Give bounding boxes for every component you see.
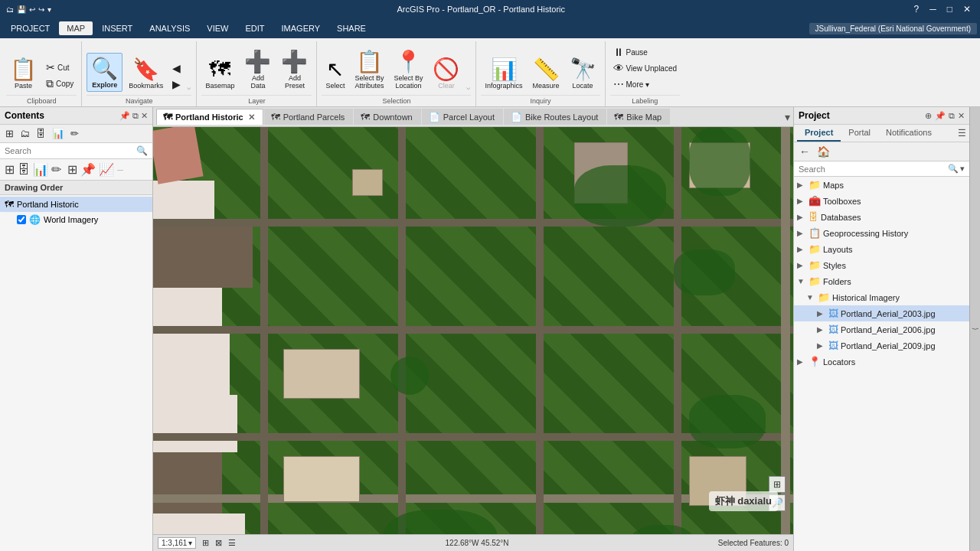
pause-button[interactable]: ⏸ Pause — [610, 44, 681, 60]
project-search-dropdown[interactable]: ▾ — [960, 164, 965, 174]
select-by-attributes-button[interactable]: 📋 Select ByAttributes — [351, 47, 387, 92]
grid-icon[interactable]: ⊞ — [67, 162, 77, 177]
add-data-small-button[interactable]: 🗄 — [34, 127, 48, 140]
tab-bike-routes-layout[interactable]: 📄 Bike Routes Layout — [504, 109, 606, 125]
tree-item-aerial-2009[interactable]: ▶ 🖼 Portland_Aerial_2009.jpg — [794, 337, 969, 354]
expand-locators[interactable]: ▶ — [797, 357, 806, 366]
menu-tab-insert[interactable]: INSERT — [94, 21, 140, 35]
project-search-button[interactable]: 🔍 — [948, 164, 959, 174]
bar-chart-icon[interactable]: 📈 — [99, 162, 114, 177]
tree-item-historical-imagery[interactable]: ▼ 📁 Historical Imagery — [794, 289, 969, 305]
chart-icon[interactable]: 📊 — [33, 162, 48, 177]
new-group-layer-button[interactable]: 🗂 — [18, 127, 32, 140]
tree-item-layouts[interactable]: ▶ 📁 Layouts — [794, 241, 969, 257]
tree-item-styles[interactable]: ▶ 📁 Styles — [794, 257, 969, 273]
copy-button[interactable]: ⧉ Copy — [43, 76, 77, 92]
menu-tab-analysis[interactable]: ANALYSIS — [142, 21, 198, 35]
project-back-button[interactable]: ← — [797, 145, 812, 158]
expand-aerial-2006[interactable]: ▶ — [817, 325, 826, 334]
tree-item-geoprocessing[interactable]: ▶ 📋 Geoprocessing History — [794, 225, 969, 241]
expand-databases[interactable]: ▶ — [797, 213, 806, 221]
menu-tab-share[interactable]: SHARE — [329, 21, 374, 35]
add-preset-button[interactable]: ➕ AddPreset — [277, 47, 312, 92]
bookmarks-button[interactable]: 🔖 Bookmarks — [125, 54, 167, 92]
expand-geoprocessing[interactable]: ▶ — [797, 229, 806, 237]
contents-close-button[interactable]: ✕ — [141, 111, 148, 121]
filter-button[interactable]: ⊞ — [3, 127, 16, 140]
window-controls[interactable]: ? ─ □ ✕ — [911, 4, 974, 15]
menu-tab-project[interactable]: PROJECT — [3, 21, 57, 35]
basemap-button[interactable]: 🗺 Basemap — [201, 54, 238, 92]
view-unplaced-button[interactable]: 👁 View Unplaced — [610, 60, 681, 76]
project-panel-pin[interactable]: 📌 — [935, 111, 946, 121]
measure-button[interactable]: 📏 Measure — [529, 54, 564, 92]
navigate-expand[interactable]: ⌵ — [186, 83, 191, 92]
infographics-button[interactable]: 📊 Infographics — [481, 54, 526, 92]
tree-item-locators[interactable]: ▶ 📍 Locators — [794, 354, 969, 370]
tree-item-databases[interactable]: ▶ 🗄 Databases — [794, 209, 969, 225]
pin-icon2[interactable]: 📌 — [80, 162, 96, 177]
selection-expand[interactable]: ⌵ — [466, 83, 471, 92]
catalog-view-icon[interactable]: 🗄 — [18, 163, 30, 177]
tab-bike-map[interactable]: 🗺 Bike Map — [607, 109, 670, 125]
menu-tab-imagery[interactable]: IMAGERY — [274, 21, 328, 35]
map-canvas[interactable]: ⊞ 🔎 虾神 daxialu — [153, 127, 793, 534]
expand-folders[interactable]: ▼ — [797, 277, 806, 285]
proj-tab-project[interactable]: Project — [797, 125, 841, 142]
select-button[interactable]: ↖ Select — [322, 54, 348, 92]
tree-item-toolboxes[interactable]: ▶ 🧰 Toolboxes — [794, 193, 969, 209]
locate-button[interactable]: 🔭 Locate — [566, 54, 600, 92]
tab-close-1[interactable]: ✕ — [248, 112, 255, 122]
select-by-location-button[interactable]: 📍 Select ByLocation — [390, 47, 426, 92]
project-panel-close[interactable]: ✕ — [958, 111, 965, 121]
back-button[interactable]: ◀ — [169, 60, 184, 76]
edit-pen-button[interactable]: ✏ — [68, 127, 81, 140]
project-panel-float[interactable]: ⧉ — [949, 111, 955, 121]
expand-aerial-2003[interactable]: ▶ — [817, 309, 826, 318]
tree-item-maps[interactable]: ▶ 📁 Maps — [794, 177, 969, 193]
cut-button[interactable]: ✂ Cut — [43, 60, 77, 75]
scale-selector[interactable]: 1:3,161 ▾ — [158, 537, 196, 549]
expand-toolboxes[interactable]: ▶ — [797, 197, 806, 205]
edit-icon2[interactable]: ✏ — [51, 162, 61, 177]
selected-features-display[interactable]: Selected Features: 0 — [718, 539, 789, 547]
minimize-button[interactable]: ─ — [926, 4, 939, 15]
project-panel-plus[interactable]: ⊕ — [925, 111, 932, 121]
clear-button[interactable]: 🚫 Clear — [429, 54, 463, 92]
contents-search-icon[interactable]: 🔍 — [136, 145, 148, 156]
symbology-button[interactable]: 📊 — [50, 127, 67, 140]
tab-portland-historic[interactable]: 🗺 Portland Historic ✕ — [156, 109, 263, 125]
layer-item-portland-historic[interactable]: 🗺 Portland Historic — [0, 197, 152, 212]
tree-item-folders[interactable]: ▼ 📁 Folders — [794, 273, 969, 289]
expand-historical[interactable]: ▼ — [806, 293, 815, 302]
tree-item-aerial-2003[interactable]: ▶ 🖼 Portland_Aerial_2003.jpg — [794, 305, 969, 321]
expand-maps[interactable]: ▶ — [797, 181, 806, 189]
add-data-button[interactable]: ➕ AddData — [240, 47, 275, 92]
tabs-overflow-button[interactable]: ▾ — [785, 111, 790, 123]
project-tabs-menu-button[interactable]: ☰ — [958, 128, 966, 139]
expand-layouts[interactable]: ▶ — [797, 245, 806, 253]
layer-checkbox-world-imagery[interactable] — [17, 215, 26, 224]
tab-parcel-layout[interactable]: 📄 Parcel Layout — [422, 109, 503, 125]
expand-aerial-2009[interactable]: ▶ — [817, 341, 826, 350]
contents-pin-button[interactable]: 📌 — [119, 111, 130, 121]
zoom-extent-button[interactable]: ⊞ — [769, 476, 786, 493]
explore-button[interactable]: 🔍 Explore — [87, 53, 122, 92]
contents-search-input[interactable] — [5, 146, 134, 155]
tab-portland-parcels[interactable]: 🗺 Portland Parcels — [264, 109, 354, 125]
menu-tab-map[interactable]: MAP — [59, 21, 93, 35]
proj-tab-notifications[interactable]: Notifications — [878, 125, 939, 142]
help-button[interactable]: ? — [911, 4, 923, 15]
menu-tab-view[interactable]: VIEW — [199, 21, 236, 35]
expand-styles[interactable]: ▶ — [797, 261, 806, 269]
drawing-order-icon[interactable]: ⊞ — [5, 162, 15, 177]
maximize-button[interactable]: □ — [944, 4, 956, 15]
proj-tab-portal[interactable]: Portal — [841, 125, 878, 142]
project-search-input[interactable] — [799, 165, 946, 174]
tree-item-aerial-2006[interactable]: ▶ 🖼 Portland_Aerial_2006.jpg — [794, 321, 969, 337]
paste-button[interactable]: 📋 Paste — [6, 54, 41, 92]
menu-tab-edit[interactable]: EDIT — [237, 21, 272, 35]
layer-item-world-imagery[interactable]: 🌐 World Imagery — [0, 212, 152, 227]
tab-downtown[interactable]: 🗺 Downtown — [354, 109, 420, 125]
close-button[interactable]: ✕ — [960, 4, 974, 15]
